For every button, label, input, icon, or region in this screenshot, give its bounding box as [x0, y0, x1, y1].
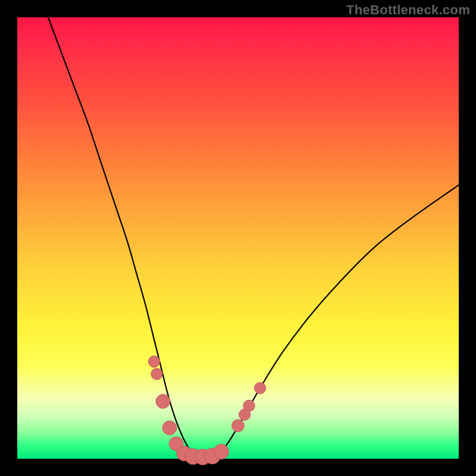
- data-marker: [162, 421, 177, 435]
- marker-layer: [148, 356, 265, 465]
- data-marker: [214, 444, 228, 459]
- data-marker: [243, 400, 255, 411]
- data-marker: [254, 383, 265, 394]
- data-marker: [232, 419, 245, 432]
- chart-plot-area: [17, 17, 459, 459]
- watermark-text: TheBottleneck.com: [346, 2, 470, 18]
- data-marker: [151, 368, 162, 380]
- bottleneck-curve: [48, 17, 459, 458]
- data-marker: [156, 394, 170, 409]
- chart-svg: [17, 17, 459, 459]
- data-marker: [148, 356, 159, 367]
- chart-frame: TheBottleneck.com: [0, 0, 476, 476]
